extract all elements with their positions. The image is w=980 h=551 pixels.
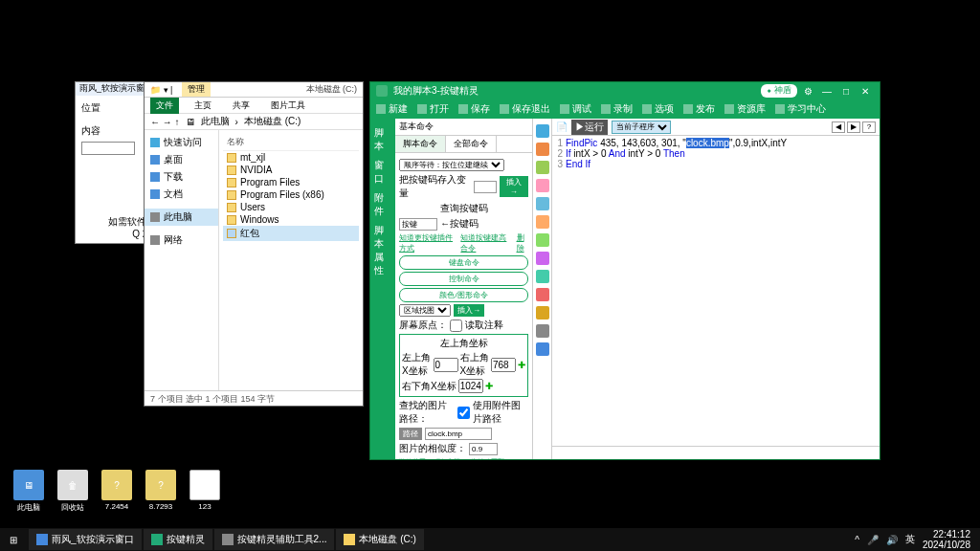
file-item[interactable]: NVIDIA [223, 164, 359, 176]
nav-script[interactable]: 脚本 [374, 124, 391, 149]
sidebar-network[interactable]: 网络 [145, 231, 218, 249]
desktop-file2[interactable]: ?8.7293 [145, 470, 176, 513]
wait-dropdown[interactable]: 顺序等待：按住位建继续 [399, 159, 504, 171]
sidebar-thispc[interactable]: 此电脑 [145, 209, 218, 226]
tray-up-icon[interactable]: ^ [855, 535, 859, 545]
breadcrumb-drive[interactable]: 本地磁盘 (C:) [244, 115, 301, 128]
pic-path-input[interactable] [425, 428, 492, 440]
tool-icon[interactable] [536, 288, 549, 301]
tray-mic-icon[interactable]: 🎤 [867, 535, 879, 545]
nav-prev[interactable]: ◀ [832, 121, 845, 133]
file-item[interactable]: Program Files (x86) [223, 188, 359, 201]
file-item[interactable]: Users [223, 201, 359, 213]
explorer-manage-tab[interactable]: 管理 [182, 82, 211, 97]
code-run[interactable]: ▶运行 [571, 120, 608, 135]
code-editor[interactable]: 123 FindPic 435, 143,603, 301, "clock.bm… [552, 136, 880, 446]
explorer-window: 📁 ▾ | 管理 本地磁盘 (C:) 文件 主页 共享 图片工具 ← → ↑ 🖥… [144, 81, 364, 407]
link-del[interactable]: 删除 [517, 232, 528, 253]
start-button[interactable]: ⊞ [0, 528, 27, 551]
use-attachment-check[interactable] [457, 407, 470, 419]
link-help[interactable]: 知道按键建高合令 [460, 232, 508, 253]
tool-icon[interactable] [536, 324, 549, 338]
nav-attachment[interactable]: 附件 [374, 189, 391, 214]
tb-new[interactable]: 新建 [376, 102, 408, 116]
ribbon-share[interactable]: 共享 [227, 98, 256, 114]
tb-options[interactable]: 选项 [642, 102, 674, 116]
task-item[interactable]: 本地磁盘 (C:) [336, 529, 423, 550]
btn-color[interactable]: 颜色/图形命令 [399, 288, 528, 302]
file-item[interactable]: Windows [223, 213, 359, 226]
tray-sound-icon[interactable]: 🔊 [886, 535, 898, 545]
coord-try[interactable] [491, 358, 516, 372]
region-dropdown[interactable]: 区域找图 [399, 304, 451, 317]
breadcrumb-pc[interactable]: 此电脑 [201, 115, 230, 128]
tool-icon[interactable] [536, 233, 549, 247]
tray-ime[interactable]: 英 [905, 533, 915, 546]
sub-dropdown[interactable]: 当前子程序 [612, 121, 671, 134]
tab-all-cmd[interactable]: 全部命令 [446, 136, 497, 152]
btn-control[interactable]: 控制命令 [399, 272, 528, 286]
tool-icon[interactable] [536, 252, 549, 265]
tb-publish[interactable]: 发布 [683, 102, 715, 116]
tb-saveexit[interactable]: 保存退出 [500, 102, 550, 116]
tab-basic-cmd[interactable]: 脚本命令 [395, 136, 446, 152]
sidebar-downloads[interactable]: 下载 [145, 168, 218, 186]
tool-icon[interactable] [536, 342, 549, 356]
browse-button[interactable]: 路径 [399, 428, 422, 440]
nav-window[interactable]: 窗口 [374, 157, 391, 182]
btn-keyboard[interactable]: 键盘命令 [399, 255, 528, 270]
file-item[interactable]: 红包 [223, 226, 359, 241]
task-item[interactable]: 按键精灵辅助工具2... [214, 529, 335, 550]
tool-icon[interactable] [536, 143, 549, 156]
tool-icon[interactable] [536, 124, 549, 138]
shield-badge[interactable]: ⬥ 神盾 [761, 84, 797, 98]
ribbon-file[interactable]: 文件 [150, 98, 179, 114]
ribbon-home[interactable]: 主页 [189, 98, 217, 114]
demo-input[interactable] [81, 142, 135, 155]
sidebar-docs[interactable]: 文档 [145, 186, 218, 203]
insert-button[interactable]: 插入→ [500, 176, 528, 197]
nav-next[interactable]: ▶ [847, 121, 860, 133]
tool-icon[interactable] [536, 270, 549, 283]
tb-learn[interactable]: 学习中心 [775, 102, 826, 116]
desktop-thispc[interactable]: 🖥此电脑 [13, 470, 44, 513]
coord-bly[interactable] [458, 379, 483, 393]
desktop-file3[interactable]: 123 [189, 470, 220, 513]
key-input[interactable] [399, 218, 437, 231]
tool-icon[interactable] [536, 161, 549, 174]
file-item[interactable]: Program Files [223, 176, 359, 188]
similarity-input[interactable] [469, 443, 498, 455]
sidebar-quickaccess[interactable]: 快速访问 [145, 134, 218, 151]
tb-save[interactable]: 保存 [458, 102, 490, 116]
tool-icon[interactable] [536, 306, 549, 320]
maximize-button[interactable]: □ [837, 84, 855, 98]
close-button[interactable]: ✕ [857, 84, 874, 98]
nav-props[interactable]: 脚本属性 [374, 222, 391, 247]
link-config[interactable]: 知道更按键插件方式 [399, 232, 453, 253]
desktop-recycle[interactable]: 🗑回收站 [57, 470, 88, 513]
minimize-button[interactable]: — [818, 84, 835, 98]
ribbon-view[interactable]: 图片工具 [265, 98, 311, 114]
tb-debug[interactable]: 调试 [560, 102, 591, 116]
tray-clock[interactable]: 22:41:12 2024/10/28 [923, 529, 970, 550]
tool-icon[interactable] [536, 179, 549, 192]
task-item[interactable]: 按键精灵 [144, 529, 212, 550]
h-scrollbar[interactable] [552, 446, 880, 459]
tool-icon[interactable] [536, 215, 549, 229]
tb-record[interactable]: 录制 [601, 102, 633, 116]
task-item[interactable]: 雨风_软按演示窗口 [29, 529, 142, 550]
sidebar-desktop[interactable]: 桌面 [145, 151, 218, 168]
column-name[interactable]: 名称 [223, 134, 359, 151]
tool-icon[interactable] [536, 197, 549, 210]
desktop-file1[interactable]: ?7.2454 [101, 470, 132, 513]
file-item[interactable]: mt_xjl [223, 151, 359, 164]
coord-tlx[interactable] [434, 358, 458, 372]
settings-icon[interactable]: ⚙ [799, 84, 816, 98]
tb-open[interactable]: 打开 [417, 102, 449, 116]
var-input[interactable] [474, 181, 497, 193]
nav-help[interactable]: ? [862, 121, 876, 133]
insert2-button[interactable]: 插入→ [454, 304, 484, 317]
tb-library[interactable]: 资源库 [724, 102, 766, 116]
annotation-check[interactable] [450, 320, 462, 332]
code-tab-icon[interactable]: 📄 [556, 121, 568, 132]
